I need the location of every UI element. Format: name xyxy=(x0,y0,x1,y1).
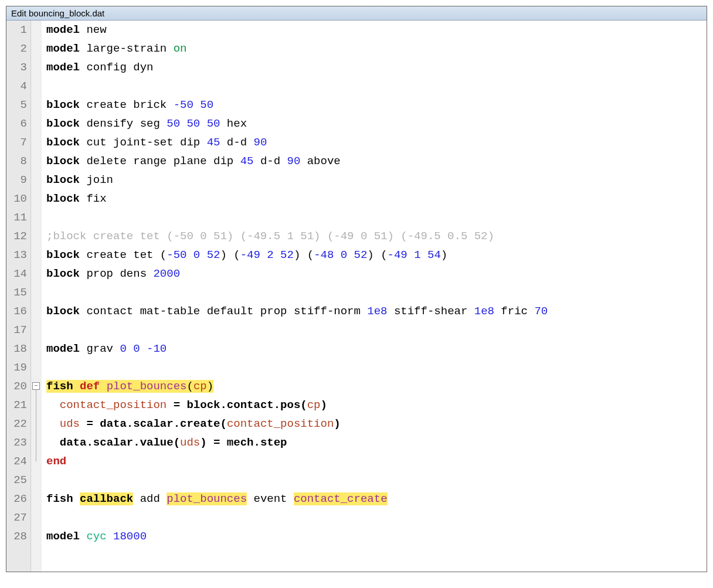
code-token: block xyxy=(46,174,80,186)
code-token: event xyxy=(247,492,294,505)
line-number: 16 xyxy=(6,302,27,321)
code-line[interactable]: block cut joint-set dip 45 d-d 90 xyxy=(46,133,707,152)
code-token: -48 0 52 xyxy=(314,249,367,261)
line-number: 17 xyxy=(6,321,27,339)
code-token: fish xyxy=(46,380,80,393)
code-line[interactable]: contact_position = block.contact.pos(cp) xyxy=(46,396,707,414)
code-token: block xyxy=(46,192,80,205)
code-line[interactable]: block densify seg 50 50 50 hex xyxy=(46,114,707,133)
code-token: = data.scalar.create( xyxy=(80,417,227,430)
code-line[interactable] xyxy=(46,208,707,227)
code-token: cp xyxy=(307,399,321,412)
line-number: 10 xyxy=(6,189,27,208)
fold-toggle[interactable]: − xyxy=(32,382,40,390)
code-line[interactable]: end xyxy=(46,452,707,471)
line-number: 19 xyxy=(6,358,27,377)
code-line[interactable] xyxy=(46,508,707,527)
code-line[interactable]: ;block create tet (-50 0 51) (-49.5 1 51… xyxy=(46,227,707,246)
line-number: 26 xyxy=(6,490,27,508)
code-token xyxy=(100,380,106,393)
editor-window: Edit bouncing_block.dat 1234567891011121… xyxy=(6,6,707,572)
code-token: contact_create xyxy=(294,492,388,505)
code-token: data.scalar.value( xyxy=(60,436,180,449)
line-number: 1 xyxy=(6,21,27,39)
code-token: block xyxy=(46,98,80,111)
code-token: ) ( xyxy=(220,249,240,261)
code-token: block xyxy=(46,267,80,280)
code-line[interactable]: data.scalar.value(uds) = mech.step xyxy=(46,433,707,452)
code-token: block xyxy=(46,155,80,168)
line-number: 4 xyxy=(6,77,27,96)
code-line[interactable]: block prop dens 2000 xyxy=(46,264,707,283)
code-token: 2000 xyxy=(153,267,180,280)
code-token: plot_bounces xyxy=(167,492,247,505)
line-number: 5 xyxy=(6,96,27,114)
code-token xyxy=(107,530,113,543)
title-text: Edit bouncing_block.dat xyxy=(11,8,104,18)
code-token: ) ( xyxy=(294,249,314,261)
code-token: create tet ( xyxy=(80,249,167,261)
code-token: cyc xyxy=(86,530,106,543)
line-number: 20 xyxy=(6,377,27,396)
code-line[interactable] xyxy=(46,77,707,96)
code-line[interactable] xyxy=(46,471,707,490)
code-token: ) = mech.step xyxy=(200,436,287,449)
fold-gutter: − xyxy=(31,21,42,572)
title-bar: Edit bouncing_block.dat xyxy=(6,6,707,21)
fold-bracket xyxy=(36,390,36,461)
code-token: contact mat-table default prop stiff-nor… xyxy=(80,305,367,318)
code-token: callback xyxy=(80,492,133,505)
code-line[interactable]: block create brick -50 50 xyxy=(46,96,707,114)
code-token: = block.contact.pos( xyxy=(167,399,307,412)
code-token: ) xyxy=(321,399,327,412)
code-line[interactable]: model grav 0 0 -10 xyxy=(46,339,707,358)
code-token: uds xyxy=(180,436,200,449)
line-number: 6 xyxy=(6,114,27,133)
code-line[interactable]: fish callback add plot_bounces event con… xyxy=(46,490,707,508)
code-line[interactable] xyxy=(46,283,707,302)
line-number: 12 xyxy=(6,227,27,246)
line-number-gutter: 1234567891011121314151617181920212223242… xyxy=(6,21,31,572)
line-number: 18 xyxy=(6,339,27,358)
code-line[interactable]: block delete range plane dip 45 d-d 90 a… xyxy=(46,152,707,171)
code-token: hex xyxy=(220,117,247,130)
code-token: 50 50 50 xyxy=(167,117,220,130)
code-token: block xyxy=(46,249,80,261)
code-token: join xyxy=(80,174,113,186)
code-token: cp xyxy=(193,380,207,393)
code-token: fric xyxy=(494,305,534,318)
line-number: 2 xyxy=(6,39,27,58)
code-token: -50 0 52 xyxy=(167,249,220,261)
code-token xyxy=(46,399,60,412)
code-line[interactable]: block create tet (-50 0 52) (-49 2 52) (… xyxy=(46,246,707,264)
line-number: 28 xyxy=(6,527,27,546)
code-line[interactable]: block join xyxy=(46,171,707,189)
code-token xyxy=(46,436,60,449)
code-token: add xyxy=(133,492,167,505)
code-area[interactable]: model newmodel large-strain onmodel conf… xyxy=(42,21,707,572)
code-token: delete range plane dip xyxy=(80,155,240,168)
code-line[interactable]: model new xyxy=(46,21,707,39)
code-token: 45 xyxy=(240,155,254,168)
code-token: end xyxy=(46,455,66,468)
code-token: 18000 xyxy=(113,530,147,543)
line-number: 11 xyxy=(6,208,27,227)
code-line[interactable] xyxy=(46,358,707,377)
code-line[interactable]: block fix xyxy=(46,189,707,208)
code-line[interactable]: model config dyn xyxy=(46,58,707,77)
code-line[interactable]: uds = data.scalar.create(contact_positio… xyxy=(46,414,707,433)
code-line[interactable]: model large-strain on xyxy=(46,39,707,58)
line-number: 15 xyxy=(6,283,27,302)
code-line[interactable]: block contact mat-table default prop sti… xyxy=(46,302,707,321)
code-token xyxy=(46,417,60,430)
line-number: 22 xyxy=(6,414,27,433)
code-token: d-d xyxy=(253,155,287,168)
code-line[interactable] xyxy=(46,321,707,339)
code-token: model xyxy=(46,342,80,355)
line-number: 13 xyxy=(6,246,27,264)
code-line[interactable]: model cyc 18000 xyxy=(46,527,707,546)
code-token: config dyn xyxy=(80,61,153,74)
code-token: fix xyxy=(80,192,107,205)
code-token: model xyxy=(46,42,80,55)
code-line[interactable]: fish def plot_bounces(cp) xyxy=(46,377,707,396)
